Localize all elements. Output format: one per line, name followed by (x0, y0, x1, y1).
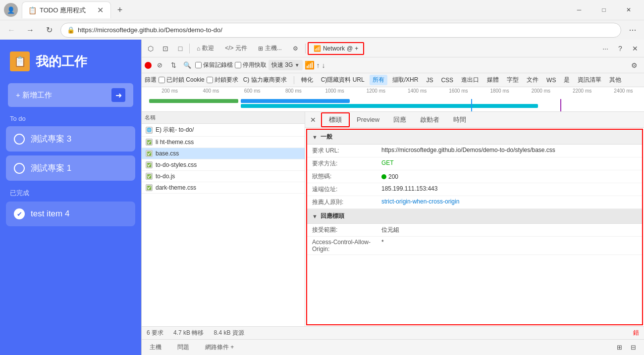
preserve-log-checkbox[interactable]: 保留記錄檔 (195, 61, 233, 69)
filter-type-doc[interactable]: 文件 (524, 75, 541, 85)
browser-more-button[interactable]: ··· (625, 23, 640, 38)
dock-button[interactable]: ⊟ (627, 342, 639, 354)
clear-button[interactable]: ⊘ (154, 59, 165, 71)
active-tab[interactable]: 📋 TODO 應用程式 ✕ (22, 1, 111, 18)
filter-type-yes[interactable]: 是 (561, 75, 573, 85)
network-speed-selector[interactable]: 快速 3G ▼ (268, 60, 303, 70)
close-button[interactable]: ✕ (617, 2, 640, 18)
filter-button[interactable]: ⇅ (167, 59, 179, 71)
filter-type-convert[interactable]: 轉化 (298, 75, 316, 85)
add-task-button[interactable]: + 新增工作 ➜ (8, 83, 133, 107)
bottom-tab-issues[interactable]: 問題 (174, 341, 192, 354)
network-list: 名稱 🌐 E) 示範- to-do/ ✅ li ht-theme.css ✅ (142, 112, 305, 326)
devtools-overflow-button[interactable]: ··· (598, 42, 612, 55)
locked-cookies-filter[interactable]: 已封鎖 Cookie (159, 76, 205, 84)
filter-type-import-export[interactable]: 進出口 (458, 75, 482, 85)
task-circle-icon (14, 134, 25, 145)
filter-type-css[interactable]: CSS (438, 76, 456, 85)
devtools-close-button[interactable]: ✕ (628, 42, 642, 55)
tab-elements[interactable]: </> 元件 (220, 42, 252, 54)
tab-network[interactable]: 📶 Network @ + (308, 42, 364, 55)
network-row-5[interactable]: ✅ dark-theme.css (142, 182, 305, 194)
detail-tab-initiator[interactable]: 啟動者 (413, 113, 446, 126)
filter-type-ws[interactable]: WS (543, 76, 559, 85)
wifi-throttle-icon[interactable]: 📶 (305, 60, 315, 70)
url-bar[interactable]: 🔒 https://microsoftedge.github.io/Demos/… (60, 23, 621, 38)
new-tab-button[interactable]: + (113, 3, 127, 17)
net-row-name-2: base.css (156, 150, 301, 157)
bottom-tab-network-conditions[interactable]: 網路條件 + (202, 341, 237, 354)
network-row-0[interactable]: 🌐 E) 示範- to-do/ (142, 124, 305, 137)
back-button[interactable]: ← (4, 23, 19, 38)
filter-type-media[interactable]: 媒體 (484, 75, 502, 85)
preserve-log-label: 保留記錄檔 (203, 61, 233, 69)
status-key: 狀態碼: (312, 172, 381, 181)
filter-type-other[interactable]: 其他 (606, 75, 624, 85)
completed-section-label: 已完成 (0, 183, 141, 200)
net-row-icon-5: ✅ (146, 184, 153, 191)
remote-key: 遠端位址: (312, 185, 381, 194)
filter-type-hide-url[interactable]: C)隱藏資料 URL (318, 75, 368, 85)
forward-button[interactable]: → (23, 23, 38, 38)
locked-cookies-checkbox[interactable] (159, 77, 165, 83)
network-row-2[interactable]: ✅ base.css (142, 148, 305, 159)
accept-ranges-key: 接受範圍: (312, 226, 381, 234)
devtools-select-icon[interactable]: ⬡ (144, 42, 158, 55)
filter-type-js[interactable]: JS (423, 76, 436, 85)
accept-ranges-value: 位元組 (381, 226, 637, 234)
filter-type-all[interactable]: 所有 (370, 75, 387, 85)
tab-sources[interactable]: ⚙ (288, 43, 303, 54)
upload-icon[interactable]: ↑ (317, 61, 320, 69)
task-item-3[interactable]: 測試專案 3 (6, 126, 135, 152)
preserve-log-input[interactable] (195, 62, 202, 68)
response-headers-section-header[interactable]: ▼ 回應標頭 (307, 209, 642, 224)
disable-cache-label: 停用快取 (243, 61, 267, 69)
lock-icon: 🔒 (67, 26, 75, 34)
bottom-tab-console[interactable]: 主機 (147, 341, 164, 354)
search-button[interactable]: 🔍 (181, 59, 193, 71)
timeline-bar-blue (241, 99, 350, 103)
detail-tab-timing[interactable]: 時間 (446, 113, 473, 126)
network-row-3[interactable]: ✅ to-do-styles.css (142, 159, 305, 171)
detail-tab-response[interactable]: 回應 (386, 113, 413, 126)
detail-close-button[interactable]: ✕ (307, 114, 319, 126)
blocked-requests-checkbox[interactable] (207, 77, 213, 83)
todo-sidebar: 📋 我的工作 + 新增工作 ➜ To do 測試專案 3 測試專案 1 已完成 … (0, 40, 141, 355)
net-row-icon-1: ✅ (146, 139, 153, 146)
minimize-button[interactable]: ─ (568, 2, 590, 18)
maximize-button[interactable]: □ (592, 2, 615, 18)
filter-type-font[interactable]: 字型 (504, 75, 522, 85)
referrer-key: 推薦人原則: (312, 198, 381, 206)
blocked-requests-filter[interactable]: 封鎖要求 (207, 76, 238, 84)
devtools-toggle-icon[interactable]: □ (173, 42, 187, 55)
disable-cache-input[interactable] (235, 62, 241, 68)
network-row-1[interactable]: ✅ li ht-theme.css (142, 137, 305, 148)
record-button[interactable] (145, 62, 152, 69)
tab-close-button[interactable]: ✕ (96, 6, 105, 15)
network-settings-button[interactable]: ⚙ (627, 58, 641, 72)
detail-tab-preview[interactable]: Preview (350, 114, 386, 125)
timeline-bars (149, 99, 644, 109)
tab-console[interactable]: ⊞ 主機... (253, 42, 287, 54)
devtools-device-icon[interactable]: ⊡ (159, 42, 172, 55)
undock-button[interactable]: ⊞ (613, 342, 625, 354)
detail-tab-headers[interactable]: 標頭 (321, 112, 350, 127)
filter-type-xhr[interactable]: 擷取/XHR (389, 75, 422, 85)
download-icon[interactable]: ↓ (322, 61, 325, 69)
devtools-help-button[interactable]: ? (613, 42, 627, 55)
network-row-4[interactable]: ✅ to-do.js (142, 171, 305, 182)
task-item-1[interactable]: 測試專案 1 (6, 155, 135, 181)
timeline-marker-blue (471, 99, 472, 112)
tl-label-1200ms: 1200 ms (355, 88, 396, 94)
filter-type-manifest[interactable]: 資訊清單 (575, 75, 604, 85)
task-item-4[interactable]: ✔ test item 4 (6, 202, 135, 226)
third-party-filter[interactable]: C) 協力廠商要求 (240, 75, 290, 85)
net-row-name-3: to-do-styles.css (156, 161, 301, 168)
add-task-label: + 新增工作 (16, 91, 52, 100)
tab-welcome[interactable]: ⌂ 歡迎 (192, 42, 219, 54)
general-section-header[interactable]: ▼ 一般 (307, 130, 642, 145)
url-key: 要求 URL: (312, 147, 381, 155)
disable-cache-checkbox[interactable]: 停用快取 (235, 61, 267, 69)
status-green-dot (381, 174, 386, 179)
refresh-button[interactable]: ↻ (42, 23, 56, 38)
